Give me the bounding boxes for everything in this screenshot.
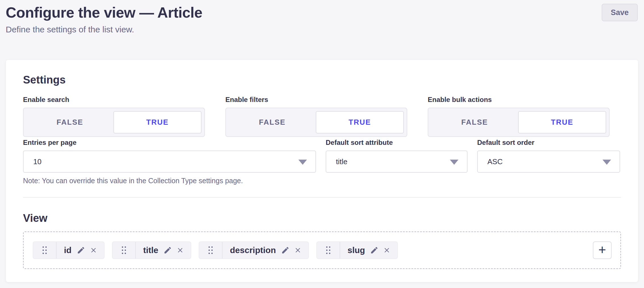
field-drop-zone: id title <box>23 231 621 269</box>
select-value: ASC <box>487 157 502 166</box>
enable-filters-field: Enable filters FALSE TRUE <box>225 96 407 137</box>
select-value: 10 <box>33 157 41 166</box>
default-sort-attribute-select[interactable]: title <box>326 151 468 173</box>
chevron-down-icon <box>450 160 458 165</box>
drag-handle-icon[interactable] <box>33 242 57 258</box>
plus-icon: + <box>599 243 606 256</box>
enable-bulk-actions-toggle[interactable]: FALSE TRUE <box>428 108 610 137</box>
toggle-option-true[interactable]: TRUE <box>518 111 606 133</box>
field-chip-label: description <box>223 245 276 255</box>
view-heading: View <box>23 212 621 224</box>
field-label: Enable bulk actions <box>428 96 610 104</box>
field-label: Enable search <box>23 96 205 104</box>
field-chip-slug[interactable]: slug <box>316 241 398 259</box>
enable-bulk-actions-field: Enable bulk actions FALSE TRUE <box>428 96 610 137</box>
settings-heading: Settings <box>23 74 621 85</box>
page-subtitle: Define the settings of the list view. <box>6 24 638 35</box>
pencil-icon[interactable] <box>163 246 172 254</box>
field-label: Default sort attribute <box>326 139 468 147</box>
default-sort-order-select[interactable]: ASC <box>477 151 620 173</box>
field-label: Enable filters <box>225 96 407 104</box>
default-sort-attribute-field: Default sort attribute title <box>326 139 468 185</box>
drag-handle-icon[interactable] <box>199 242 223 258</box>
toggle-option-false[interactable]: FALSE <box>431 111 518 133</box>
toggle-option-true[interactable]: TRUE <box>113 111 201 133</box>
field-chip-id[interactable]: id <box>33 241 105 259</box>
entries-per-page-select[interactable]: 10 <box>23 151 316 173</box>
default-sort-order-field: Default sort order ASC <box>477 139 620 185</box>
x-icon[interactable] <box>383 247 390 254</box>
settings-card: Settings Enable search FALSE TRUE Enable… <box>6 60 638 282</box>
x-icon[interactable] <box>294 247 302 254</box>
enable-search-field: Enable search FALSE TRUE <box>23 96 205 137</box>
add-field-button[interactable]: + <box>593 241 612 259</box>
field-chip-title[interactable]: title <box>112 241 191 259</box>
chevron-down-icon <box>298 160 307 165</box>
pencil-icon[interactable] <box>281 246 290 254</box>
toggle-row: Enable search FALSE TRUE Enable filters … <box>23 96 621 137</box>
field-chip-label: slug <box>340 245 365 255</box>
enable-search-toggle[interactable]: FALSE TRUE <box>23 108 205 137</box>
toggle-option-false[interactable]: FALSE <box>229 111 316 133</box>
field-chip-label: title <box>136 245 158 255</box>
section-divider <box>23 197 621 198</box>
field-label: Default sort order <box>477 139 620 147</box>
drag-handle-icon[interactable] <box>317 242 340 258</box>
entries-per-page-field: Entries per page 10 Note: You can overri… <box>23 139 316 185</box>
x-icon[interactable] <box>90 247 97 254</box>
toggle-option-false[interactable]: FALSE <box>26 111 113 133</box>
enable-filters-toggle[interactable]: FALSE TRUE <box>225 108 407 137</box>
page-title: Configure the view — Article <box>6 4 638 21</box>
chevron-down-icon <box>603 160 611 165</box>
drag-handle-icon[interactable] <box>113 242 136 258</box>
pencil-icon[interactable] <box>370 246 379 254</box>
x-icon[interactable] <box>176 247 184 254</box>
save-button[interactable]: Save <box>602 4 638 21</box>
field-chip-label: id <box>57 245 72 255</box>
field-label: Entries per page <box>23 139 316 147</box>
field-chip-description[interactable]: description <box>199 241 309 259</box>
page-header: Configure the view — Article Define the … <box>0 0 644 35</box>
entries-per-page-note: Note: You can override this value in the… <box>23 176 316 185</box>
select-value: title <box>336 157 347 166</box>
pencil-icon[interactable] <box>77 246 85 254</box>
toggle-option-true[interactable]: TRUE <box>316 111 404 133</box>
select-row: Entries per page 10 Note: You can overri… <box>23 139 621 185</box>
